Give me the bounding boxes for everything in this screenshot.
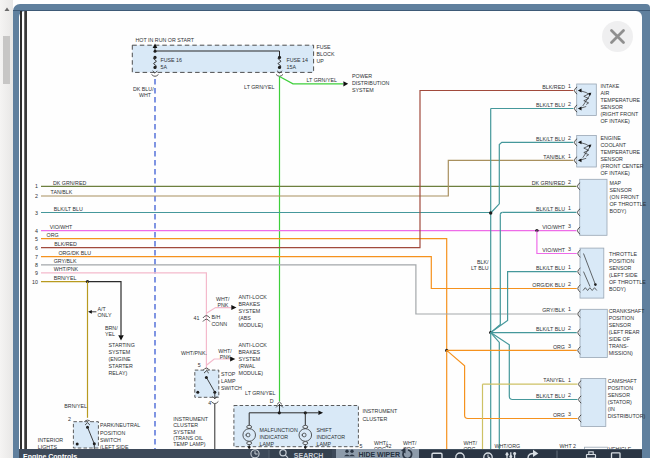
svg-text:HIDE WIPER: HIDE WIPER [358, 451, 400, 458]
svg-text:Engine Controls: Engine Controls [23, 453, 77, 458]
svg-text:SEARCH: SEARCH [294, 452, 324, 458]
